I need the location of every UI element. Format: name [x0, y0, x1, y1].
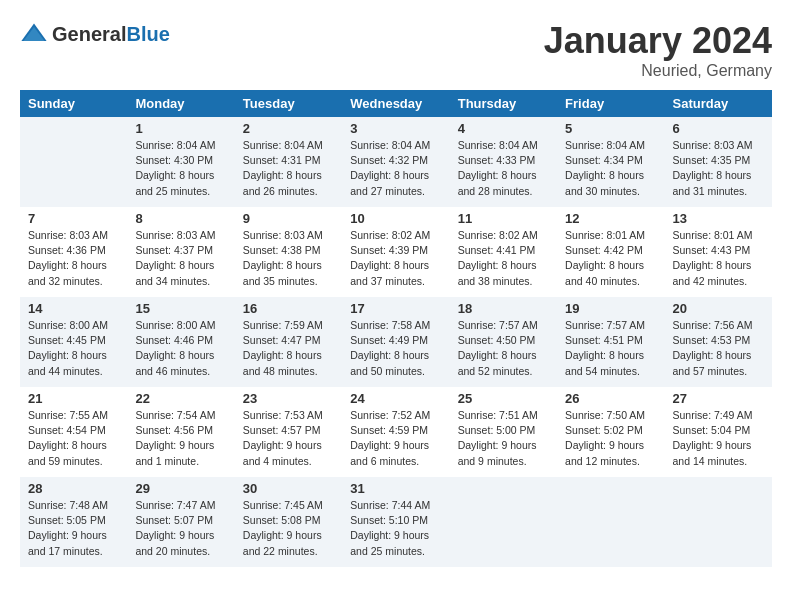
day-info: Sunrise: 7:51 AM Sunset: 5:00 PM Dayligh…: [458, 408, 549, 469]
day-cell-22: 22Sunrise: 7:54 AM Sunset: 4:56 PM Dayli…: [127, 387, 234, 477]
day-info: Sunrise: 7:52 AM Sunset: 4:59 PM Dayligh…: [350, 408, 441, 469]
title-area: January 2024 Neuried, Germany: [544, 20, 772, 80]
day-number: 19: [565, 301, 656, 316]
day-cell-12: 12Sunrise: 8:01 AM Sunset: 4:42 PM Dayli…: [557, 207, 664, 297]
day-number: 10: [350, 211, 441, 226]
week-row-4: 21Sunrise: 7:55 AM Sunset: 4:54 PM Dayli…: [20, 387, 772, 477]
day-info: Sunrise: 8:04 AM Sunset: 4:33 PM Dayligh…: [458, 138, 549, 199]
weekday-header-friday: Friday: [557, 90, 664, 117]
day-number: 22: [135, 391, 226, 406]
day-info: Sunrise: 8:01 AM Sunset: 4:43 PM Dayligh…: [673, 228, 764, 289]
week-row-2: 7Sunrise: 8:03 AM Sunset: 4:36 PM Daylig…: [20, 207, 772, 297]
day-cell-6: 6Sunrise: 8:03 AM Sunset: 4:35 PM Daylig…: [665, 117, 772, 207]
day-cell-8: 8Sunrise: 8:03 AM Sunset: 4:37 PM Daylig…: [127, 207, 234, 297]
day-number: 29: [135, 481, 226, 496]
weekday-header-tuesday: Tuesday: [235, 90, 342, 117]
day-info: Sunrise: 8:03 AM Sunset: 4:37 PM Dayligh…: [135, 228, 226, 289]
week-row-5: 28Sunrise: 7:48 AM Sunset: 5:05 PM Dayli…: [20, 477, 772, 567]
day-number: 16: [243, 301, 334, 316]
day-cell-21: 21Sunrise: 7:55 AM Sunset: 4:54 PM Dayli…: [20, 387, 127, 477]
day-info: Sunrise: 8:00 AM Sunset: 4:45 PM Dayligh…: [28, 318, 119, 379]
day-cell-5: 5Sunrise: 8:04 AM Sunset: 4:34 PM Daylig…: [557, 117, 664, 207]
day-number: 23: [243, 391, 334, 406]
day-number: 3: [350, 121, 441, 136]
day-number: 9: [243, 211, 334, 226]
day-info: Sunrise: 7:44 AM Sunset: 5:10 PM Dayligh…: [350, 498, 441, 559]
day-cell-14: 14Sunrise: 8:00 AM Sunset: 4:45 PM Dayli…: [20, 297, 127, 387]
day-info: Sunrise: 8:02 AM Sunset: 4:41 PM Dayligh…: [458, 228, 549, 289]
day-number: 26: [565, 391, 656, 406]
day-cell-20: 20Sunrise: 7:56 AM Sunset: 4:53 PM Dayli…: [665, 297, 772, 387]
day-number: 12: [565, 211, 656, 226]
day-info: Sunrise: 7:47 AM Sunset: 5:07 PM Dayligh…: [135, 498, 226, 559]
week-row-1: 1Sunrise: 8:04 AM Sunset: 4:30 PM Daylig…: [20, 117, 772, 207]
logo-blue: Blue: [126, 23, 169, 45]
day-number: 27: [673, 391, 764, 406]
day-info: Sunrise: 8:03 AM Sunset: 4:38 PM Dayligh…: [243, 228, 334, 289]
day-info: Sunrise: 8:00 AM Sunset: 4:46 PM Dayligh…: [135, 318, 226, 379]
calendar-table: SundayMondayTuesdayWednesdayThursdayFrid…: [20, 90, 772, 567]
day-cell-25: 25Sunrise: 7:51 AM Sunset: 5:00 PM Dayli…: [450, 387, 557, 477]
day-info: Sunrise: 8:04 AM Sunset: 4:31 PM Dayligh…: [243, 138, 334, 199]
day-number: 11: [458, 211, 549, 226]
location-title: Neuried, Germany: [544, 62, 772, 80]
empty-cell: [450, 477, 557, 567]
day-number: 1: [135, 121, 226, 136]
day-cell-16: 16Sunrise: 7:59 AM Sunset: 4:47 PM Dayli…: [235, 297, 342, 387]
day-info: Sunrise: 8:04 AM Sunset: 4:32 PM Dayligh…: [350, 138, 441, 199]
day-number: 2: [243, 121, 334, 136]
day-number: 18: [458, 301, 549, 316]
day-cell-4: 4Sunrise: 8:04 AM Sunset: 4:33 PM Daylig…: [450, 117, 557, 207]
weekday-header-thursday: Thursday: [450, 90, 557, 117]
day-number: 24: [350, 391, 441, 406]
day-number: 6: [673, 121, 764, 136]
day-info: Sunrise: 8:03 AM Sunset: 4:35 PM Dayligh…: [673, 138, 764, 199]
day-cell-23: 23Sunrise: 7:53 AM Sunset: 4:57 PM Dayli…: [235, 387, 342, 477]
day-info: Sunrise: 8:01 AM Sunset: 4:42 PM Dayligh…: [565, 228, 656, 289]
day-cell-26: 26Sunrise: 7:50 AM Sunset: 5:02 PM Dayli…: [557, 387, 664, 477]
day-info: Sunrise: 8:02 AM Sunset: 4:39 PM Dayligh…: [350, 228, 441, 289]
day-cell-7: 7Sunrise: 8:03 AM Sunset: 4:36 PM Daylig…: [20, 207, 127, 297]
weekday-header-row: SundayMondayTuesdayWednesdayThursdayFrid…: [20, 90, 772, 117]
day-number: 28: [28, 481, 119, 496]
day-cell-17: 17Sunrise: 7:58 AM Sunset: 4:49 PM Dayli…: [342, 297, 449, 387]
logo-text: GeneralBlue: [52, 23, 170, 46]
day-cell-30: 30Sunrise: 7:45 AM Sunset: 5:08 PM Dayli…: [235, 477, 342, 567]
day-number: 4: [458, 121, 549, 136]
day-cell-24: 24Sunrise: 7:52 AM Sunset: 4:59 PM Dayli…: [342, 387, 449, 477]
day-cell-15: 15Sunrise: 8:00 AM Sunset: 4:46 PM Dayli…: [127, 297, 234, 387]
day-number: 30: [243, 481, 334, 496]
day-number: 25: [458, 391, 549, 406]
day-cell-29: 29Sunrise: 7:47 AM Sunset: 5:07 PM Dayli…: [127, 477, 234, 567]
header: GeneralBlue January 2024 Neuried, German…: [20, 20, 772, 80]
day-cell-2: 2Sunrise: 8:04 AM Sunset: 4:31 PM Daylig…: [235, 117, 342, 207]
day-cell-1: 1Sunrise: 8:04 AM Sunset: 4:30 PM Daylig…: [127, 117, 234, 207]
day-info: Sunrise: 8:03 AM Sunset: 4:36 PM Dayligh…: [28, 228, 119, 289]
day-info: Sunrise: 8:04 AM Sunset: 4:34 PM Dayligh…: [565, 138, 656, 199]
day-cell-27: 27Sunrise: 7:49 AM Sunset: 5:04 PM Dayli…: [665, 387, 772, 477]
logo-general: General: [52, 23, 126, 45]
day-number: 14: [28, 301, 119, 316]
empty-cell: [557, 477, 664, 567]
day-number: 17: [350, 301, 441, 316]
day-info: Sunrise: 7:55 AM Sunset: 4:54 PM Dayligh…: [28, 408, 119, 469]
weekday-header-sunday: Sunday: [20, 90, 127, 117]
day-cell-19: 19Sunrise: 7:57 AM Sunset: 4:51 PM Dayli…: [557, 297, 664, 387]
day-cell-10: 10Sunrise: 8:02 AM Sunset: 4:39 PM Dayli…: [342, 207, 449, 297]
day-info: Sunrise: 7:57 AM Sunset: 4:51 PM Dayligh…: [565, 318, 656, 379]
weekday-header-monday: Monday: [127, 90, 234, 117]
day-cell-28: 28Sunrise: 7:48 AM Sunset: 5:05 PM Dayli…: [20, 477, 127, 567]
logo-icon: [20, 20, 48, 48]
logo: GeneralBlue: [20, 20, 170, 48]
day-cell-3: 3Sunrise: 8:04 AM Sunset: 4:32 PM Daylig…: [342, 117, 449, 207]
empty-cell: [20, 117, 127, 207]
week-row-3: 14Sunrise: 8:00 AM Sunset: 4:45 PM Dayli…: [20, 297, 772, 387]
day-cell-13: 13Sunrise: 8:01 AM Sunset: 4:43 PM Dayli…: [665, 207, 772, 297]
day-number: 20: [673, 301, 764, 316]
day-info: Sunrise: 7:56 AM Sunset: 4:53 PM Dayligh…: [673, 318, 764, 379]
day-cell-31: 31Sunrise: 7:44 AM Sunset: 5:10 PM Dayli…: [342, 477, 449, 567]
day-cell-11: 11Sunrise: 8:02 AM Sunset: 4:41 PM Dayli…: [450, 207, 557, 297]
day-info: Sunrise: 7:50 AM Sunset: 5:02 PM Dayligh…: [565, 408, 656, 469]
month-title: January 2024: [544, 20, 772, 62]
day-info: Sunrise: 7:59 AM Sunset: 4:47 PM Dayligh…: [243, 318, 334, 379]
